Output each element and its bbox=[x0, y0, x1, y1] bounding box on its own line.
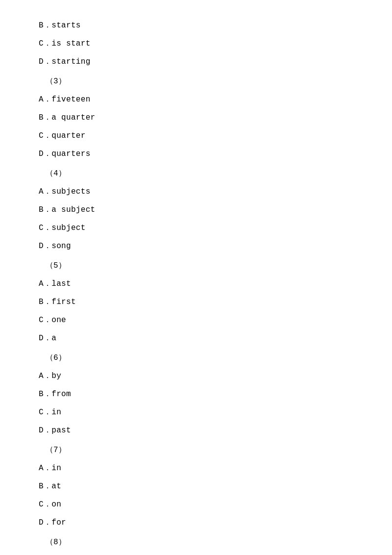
option-line: B．a subject bbox=[39, 203, 353, 217]
option-line: D．past bbox=[39, 424, 353, 438]
option-line: A．in bbox=[39, 461, 353, 476]
group-label-6: （7） bbox=[46, 443, 353, 457]
option-line: C．on bbox=[39, 498, 353, 512]
group-label-3: （4） bbox=[46, 167, 353, 181]
group-label-7: （8） bbox=[46, 535, 353, 550]
option-line: A．fiveteen bbox=[39, 93, 353, 107]
option-line: C．one bbox=[39, 313, 353, 328]
group-label-4: （5） bbox=[46, 259, 353, 273]
option-line: C．subject bbox=[39, 221, 353, 235]
option-line: B．at bbox=[39, 479, 353, 494]
option-line: A．by bbox=[39, 369, 353, 383]
option-line: D．for bbox=[39, 516, 353, 530]
option-line: D．starting bbox=[39, 55, 353, 69]
option-line: C．quarter bbox=[39, 129, 353, 143]
option-line: D．song bbox=[39, 239, 353, 253]
option-line: A．last bbox=[39, 277, 353, 291]
option-line: D．a bbox=[39, 331, 353, 346]
option-line: C．in bbox=[39, 405, 353, 420]
option-line: A．subjects bbox=[39, 185, 353, 199]
option-line: B．a quarter bbox=[39, 111, 353, 125]
group-label-2: （3） bbox=[46, 75, 353, 89]
option-line: B．first bbox=[39, 295, 353, 309]
option-line: B．starts bbox=[39, 19, 353, 33]
group-label-5: （6） bbox=[46, 351, 353, 365]
main-content: B．startsC．is startD．starting（3）A．fivetee… bbox=[0, 0, 392, 555]
option-line: B．from bbox=[39, 387, 353, 402]
option-line: C．is start bbox=[39, 37, 353, 51]
option-line: D．quarters bbox=[39, 147, 353, 161]
